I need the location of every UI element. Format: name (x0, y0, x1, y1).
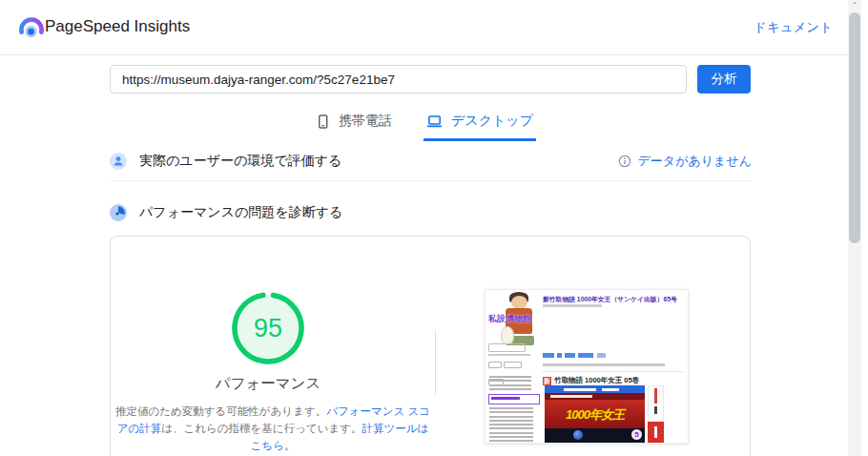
performance-score-value: 95 (231, 291, 305, 365)
app-header: PageSpeed Insights ドキュメント (0, 0, 849, 55)
new-badge: 新 (543, 377, 551, 385)
thumbnail-search-box (488, 343, 526, 352)
section-divider (110, 180, 752, 181)
tab-mobile-label: 携帯電話 (339, 113, 392, 130)
thumbnail-book-spine (648, 385, 664, 443)
thumbnail-share-buttons (543, 353, 629, 358)
scrollbar[interactable]: ⌃ (848, 0, 861, 456)
score-column: 95 パフォーマンス 推定値のため変動する可能性があります。パフォーマンス スコ… (113, 237, 424, 456)
diagnose-gauge-icon (110, 204, 127, 221)
score-note-text-2: は、これらの指標を基に行っています。 (161, 423, 362, 434)
vertical-divider (435, 331, 436, 395)
score-explanation: 推定値のため変動する可能性があります。パフォーマンス スコアの計算は、これらの指… (113, 404, 433, 454)
thumbnail-sidebar-links (489, 407, 533, 442)
score-note-text-1: 推定値のため変動する可能性があります。 (115, 405, 326, 417)
lab-section-title: パフォーマンスの問題を診断する (139, 204, 342, 221)
pagespeed-logo-icon (17, 12, 46, 41)
performance-score-label[interactable]: パフォーマンス (113, 374, 424, 394)
thumbnail-article-heading: 新 竹取物語 1000年女王 05巻 (543, 376, 639, 385)
mobile-phone-icon (316, 114, 330, 130)
scrollbar-thumb[interactable] (849, 12, 860, 243)
analyze-button[interactable]: 分析 (697, 65, 751, 93)
lab-section-header: パフォーマンスの問題を診断する (110, 195, 752, 231)
no-data-status: データがありません (638, 153, 752, 170)
thumbnail-subtitle-bar (543, 304, 602, 307)
tab-mobile[interactable]: 携帯電話 (313, 107, 395, 141)
scrollbar-up-arrow[interactable]: ⌃ (848, 1, 861, 10)
documentation-link[interactable]: ドキュメント (754, 19, 833, 36)
thumbnail-nav-links (489, 376, 531, 390)
performance-report-card: 95 パフォーマンス 推定値のため変動する可能性があります。パフォーマンス スコ… (110, 236, 751, 456)
page-title: PageSpeed Insights (45, 17, 190, 36)
thumbnail-comic-cover: 1000年女王 5 (545, 385, 645, 443)
cover-volume-badge: 5 (631, 429, 642, 440)
performance-score-gauge[interactable]: 95 (231, 291, 305, 365)
field-section-title: 実際のユーザーの環境で評価する (139, 153, 341, 170)
field-data-section-header[interactable]: 実際のユーザーの環境で評価する データがありません (110, 143, 752, 179)
cover-earth-graphic (573, 430, 583, 440)
thumbnail-post-title: 新竹取物語 1000年女王（サンケイ出版）65号 (543, 295, 684, 304)
thumbnail-divider (543, 371, 683, 372)
tab-desktop[interactable]: デスクトップ (424, 107, 536, 141)
real-users-icon (110, 153, 127, 170)
thumbnail-tag-bar (543, 363, 665, 366)
thumbnail-sidebar-box (488, 394, 540, 404)
tab-desktop-label: デスクトップ (451, 113, 533, 130)
device-tabs: 携帯電話 デスクトップ (0, 107, 849, 141)
thumbnail-text-bars (488, 354, 530, 359)
cover-title: 1000年女王 (545, 406, 645, 424)
thumbnail-button-row (488, 362, 538, 369)
page-screenshot-thumbnail: 私設博物館 新竹取物語 1000年女王（サンケイ出版）65号 新 竹取物語 10… (486, 290, 688, 443)
info-icon[interactable] (618, 155, 631, 168)
pagespeed-insights-page: PageSpeed Insights ドキュメント 分析 携帯電話 デスクトップ (0, 0, 868, 456)
thumbnail-site-title: 私設博物館 (488, 313, 531, 325)
url-input[interactable] (110, 65, 687, 93)
desktop-laptop-icon (426, 114, 443, 129)
